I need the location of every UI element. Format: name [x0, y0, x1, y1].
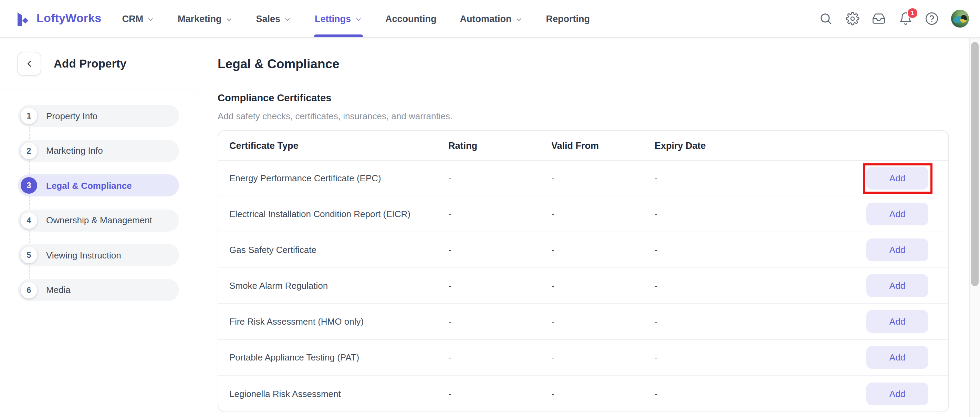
- add-button[interactable]: Add: [866, 346, 928, 369]
- add-button-wrap: Add: [866, 203, 928, 225]
- add-button[interactable]: Add: [866, 274, 928, 297]
- step-label: Legal & Compliance: [46, 180, 132, 190]
- section-page-title: Legal & Compliance: [218, 56, 949, 72]
- user-avatar[interactable]: [951, 10, 969, 27]
- certificate-type-cell: Electrical Installation Condition Report…: [229, 209, 448, 219]
- main-content: Legal & Compliance Compliance Certificat…: [198, 38, 969, 417]
- certificates-table: Certificate TypeRatingValid FromExpiry D…: [218, 130, 949, 412]
- nav-item-lettings[interactable]: Lettings: [315, 0, 362, 37]
- chevron-left-icon: [24, 59, 35, 69]
- expiry-date-cell: -: [655, 281, 866, 291]
- action-cell: Add: [866, 203, 928, 225]
- brand-name: LoftyWorks: [37, 12, 101, 26]
- expiry-date-cell: -: [655, 352, 866, 363]
- add-button[interactable]: Add: [866, 167, 928, 190]
- annotation-red-box: Add: [866, 167, 928, 190]
- table-header-row: Certificate TypeRatingValid FromExpiry D…: [218, 131, 948, 161]
- step-property-info[interactable]: 1Property Info: [18, 105, 179, 127]
- help-icon[interactable]: [924, 11, 939, 26]
- nav-item-label: Marketing: [178, 13, 222, 24]
- action-cell: Add: [866, 382, 928, 405]
- add-button-wrap: Add: [866, 238, 928, 261]
- table-row: Electrical Installation Condition Report…: [218, 197, 948, 232]
- settings-icon[interactable]: [845, 11, 859, 26]
- page-scrollbar: [969, 38, 980, 417]
- nav-item-crm[interactable]: CRM: [122, 0, 154, 37]
- step-label: Viewing Instruction: [46, 250, 121, 260]
- add-button[interactable]: Add: [866, 238, 928, 261]
- add-button-wrap: Add: [866, 274, 928, 297]
- step-ownership-management[interactable]: 4Ownership & Management: [18, 209, 179, 231]
- rating-cell: -: [448, 245, 551, 255]
- search-icon[interactable]: [818, 11, 833, 26]
- chevron-down-icon: [147, 16, 154, 23]
- nav-item-label: Accounting: [385, 13, 437, 24]
- table-row: Smoke Alarm Regulation---Add: [218, 268, 948, 304]
- scrollbar-thumb[interactable]: [971, 42, 978, 286]
- table-row: Portable Appliance Testing (PAT)---Add: [218, 340, 948, 375]
- certificate-type-cell: Energy Performance Certificate (EPC): [229, 173, 448, 183]
- certificate-type-cell: Legionella Risk Assessment: [229, 388, 448, 399]
- step-label: Marketing Info: [46, 145, 103, 156]
- certificate-type-cell: Smoke Alarm Regulation: [229, 281, 448, 291]
- bell-icon[interactable]: 1: [898, 11, 913, 26]
- certificate-type-cell: Fire Risk Assessment (HMO only): [229, 316, 448, 327]
- page-title: Add Property: [54, 57, 126, 70]
- expiry-date-cell: -: [655, 388, 866, 399]
- nav-item-accounting[interactable]: Accounting: [385, 0, 437, 37]
- rating-cell: -: [448, 352, 551, 363]
- step-label: Property Info: [46, 110, 97, 121]
- table-row: Energy Performance Certificate (EPC)---A…: [218, 161, 948, 197]
- app: LoftyWorks CRMMarketingSalesLettingsAcco…: [0, 0, 980, 417]
- back-button[interactable]: [17, 52, 41, 76]
- step-viewing-instruction[interactable]: 5Viewing Instruction: [18, 244, 179, 266]
- rating-cell: -: [448, 316, 551, 327]
- add-button[interactable]: Add: [866, 203, 928, 225]
- action-cell: Add: [866, 167, 928, 190]
- nav-item-label: Lettings: [315, 13, 351, 24]
- compliance-description: Add safety checks, certificates, insuran…: [218, 111, 949, 122]
- expiry-date-cell: -: [655, 316, 866, 327]
- rating-cell: -: [448, 173, 551, 183]
- col-certificate-type: Certificate Type: [229, 140, 448, 150]
- col-expiry-date: Expiry Date: [655, 140, 928, 150]
- brand-logo-icon: [14, 10, 31, 27]
- step-number: 2: [21, 142, 37, 159]
- sidebar: Add Property 1Property Info2Marketing In…: [0, 38, 198, 417]
- compliance-certificates-heading: Compliance Certificates: [218, 93, 949, 104]
- nav-item-sales[interactable]: Sales: [256, 0, 291, 37]
- chevron-down-icon: [515, 16, 523, 23]
- nav-item-reporting[interactable]: Reporting: [546, 0, 590, 37]
- action-cell: Add: [866, 238, 928, 261]
- table-row: Legionella Risk Assessment---Add: [218, 375, 948, 412]
- navbar-actions: 1: [818, 10, 969, 27]
- step-media[interactable]: 6Media: [18, 279, 179, 301]
- table-row: Fire Risk Assessment (HMO only)---Add: [218, 304, 948, 340]
- expiry-date-cell: -: [655, 173, 866, 183]
- add-button-wrap: Add: [866, 346, 928, 369]
- step-label: Ownership & Management: [46, 215, 152, 225]
- valid-from-cell: -: [551, 316, 655, 327]
- action-cell: Add: [866, 310, 928, 333]
- valid-from-cell: -: [551, 281, 655, 291]
- nav-item-automation[interactable]: Automation: [460, 0, 523, 37]
- add-button[interactable]: Add: [866, 382, 928, 405]
- nav-item-label: Sales: [256, 13, 280, 24]
- step-marketing-info[interactable]: 2Marketing Info: [18, 140, 179, 161]
- notification-badge: 1: [907, 7, 918, 18]
- add-button-wrap: Add: [866, 382, 928, 405]
- brand-logo[interactable]: LoftyWorks: [14, 10, 101, 27]
- table-row: Gas Safety Certificate---Add: [218, 232, 948, 268]
- nav-item-marketing[interactable]: Marketing: [178, 0, 233, 37]
- step-legal-compliance[interactable]: 3Legal & Compliance: [18, 174, 179, 197]
- add-button[interactable]: Add: [866, 310, 928, 333]
- valid-from-cell: -: [551, 388, 655, 399]
- inbox-icon[interactable]: [872, 11, 886, 26]
- top-navbar: LoftyWorks CRMMarketingSalesLettingsAcco…: [0, 0, 980, 38]
- chevron-down-icon: [284, 16, 291, 23]
- expiry-date-cell: -: [655, 245, 866, 255]
- valid-from-cell: -: [551, 352, 655, 363]
- step-number: 6: [21, 281, 37, 298]
- rating-cell: -: [448, 209, 551, 219]
- action-cell: Add: [866, 274, 928, 297]
